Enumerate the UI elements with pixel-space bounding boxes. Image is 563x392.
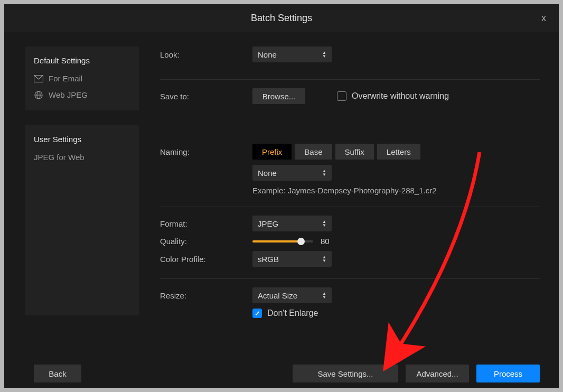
quality-slider-wrap: 80 — [252, 237, 330, 246]
overwrite-checkbox-row[interactable]: Overwrite without warning — [337, 91, 449, 101]
titlebar: Batch Settings x — [4, 4, 559, 32]
naming-segments: Prefix Base Suffix Letters — [252, 144, 420, 160]
updown-icon: ▲▼ — [322, 292, 326, 299]
back-button[interactable]: Back — [34, 365, 81, 382]
mail-icon — [34, 75, 43, 82]
footer: Back Save Settings... Advanced... Proces… — [4, 365, 559, 382]
sidebar-user-header: User Settings — [25, 130, 139, 149]
slider-thumb[interactable] — [297, 238, 305, 245]
quality-value: 80 — [321, 237, 330, 246]
sidebar-item-jpeg-for-web[interactable]: JPEG for Web — [25, 149, 139, 165]
main-panel: Look: None ▲▼ Save to: Browse... — [160, 46, 546, 355]
sidebar-default-header: Default Settings — [25, 52, 139, 70]
overwrite-checkbox[interactable] — [337, 91, 346, 101]
quality-slider[interactable] — [252, 240, 313, 242]
updown-icon: ▲▼ — [322, 51, 326, 58]
color-profile-value: sRGB — [258, 255, 279, 264]
section-naming: Naming: Prefix Base Suffix Letters None … — [160, 144, 540, 207]
sidebar-item-label: For Email — [49, 74, 82, 83]
sidebar-item-label: JPEG for Web — [34, 153, 85, 162]
sidebar-item-for-email[interactable]: For Email — [25, 70, 139, 87]
naming-label: Naming: — [160, 147, 252, 156]
batch-settings-window: Batch Settings x Default Settings For Em… — [4, 4, 559, 388]
dont-enlarge-label: Don't Enlarge — [267, 309, 318, 318]
sidebar-item-label: Web JPEG — [49, 90, 88, 99]
globe-icon — [34, 91, 43, 99]
updown-icon: ▲▼ — [322, 169, 326, 176]
sidebar-item-web-jpeg[interactable]: Web JPEG — [25, 87, 139, 103]
format-label: Format: — [160, 219, 252, 228]
section-format: Format: JPEG ▲▼ Quality: 80 — [160, 216, 540, 279]
sidebar: Default Settings For Email Web JPEG User… — [25, 46, 139, 355]
updown-icon: ▲▼ — [322, 220, 326, 227]
section-look: Look: None ▲▼ — [160, 46, 540, 80]
sidebar-default-group: Default Settings For Email Web JPEG — [25, 46, 139, 110]
look-select[interactable]: None ▲▼ — [252, 46, 332, 62]
format-select[interactable]: JPEG ▲▼ — [252, 216, 332, 231]
color-profile-label: Color Profile: — [160, 255, 252, 264]
seg-suffix[interactable]: Suffix — [335, 144, 374, 160]
browse-button-label: Browse... — [262, 92, 296, 101]
updown-icon: ▲▼ — [322, 255, 326, 263]
look-value: None — [258, 50, 277, 59]
look-label: Look: — [160, 50, 252, 59]
window-title: Batch Settings — [251, 13, 312, 24]
process-button[interactable]: Process — [476, 365, 540, 382]
naming-select[interactable]: None ▲▼ — [252, 165, 332, 181]
browse-button[interactable]: Browse... — [252, 88, 305, 104]
save-settings-button[interactable]: Save Settings... — [293, 365, 398, 382]
sidebar-user-group: User Settings JPEG for Web — [25, 125, 139, 315]
save-to-label: Save to: — [160, 92, 252, 101]
resize-value: Actual Size — [258, 291, 297, 300]
close-icon[interactable]: x — [541, 13, 546, 24]
dont-enlarge-row[interactable]: ✓ Don't Enlarge — [252, 309, 318, 318]
seg-base[interactable]: Base — [295, 144, 332, 160]
color-profile-select[interactable]: sRGB ▲▼ — [252, 251, 332, 267]
seg-letters[interactable]: Letters — [377, 144, 420, 160]
seg-prefix[interactable]: Prefix — [252, 144, 292, 160]
resize-select[interactable]: Actual Size ▲▼ — [252, 287, 332, 303]
format-value: JPEG — [258, 219, 278, 228]
naming-value: None — [258, 169, 277, 178]
advanced-button[interactable]: Advanced... — [406, 365, 469, 382]
naming-example: Example: Jaymes-Dempsey-Photography-288_… — [252, 186, 437, 195]
section-save-to: Save to: Browse... Overwrite without war… — [160, 88, 540, 135]
section-resize: Resize: Actual Size ▲▼ ✓ Don't Enlarge — [160, 287, 540, 330]
overwrite-label: Overwrite without warning — [352, 91, 449, 101]
resize-label: Resize: — [160, 291, 252, 300]
body: Default Settings For Email Web JPEG User… — [4, 32, 559, 355]
quality-label: Quality: — [160, 237, 252, 246]
dont-enlarge-checkbox[interactable]: ✓ — [252, 309, 262, 318]
